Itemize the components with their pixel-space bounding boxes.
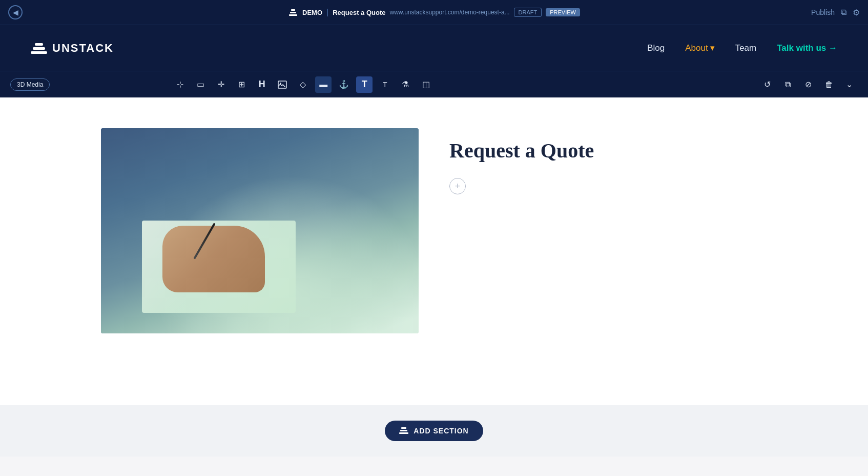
nav-link-cta[interactable]: Talk with us → <box>777 43 837 53</box>
add-section-logo-icon <box>399 427 408 435</box>
draft-badge: DRAFT <box>514 8 542 17</box>
svg-rect-5 <box>35 43 43 46</box>
svg-rect-2 <box>291 9 295 11</box>
right-content: Request a Quote + <box>449 128 767 194</box>
editor-bar-center: DEMO | Request a Quote www.unstacksuppor… <box>288 7 580 17</box>
main-content: Request a Quote + <box>0 97 868 405</box>
nav-link-about[interactable]: About ▾ <box>685 43 714 53</box>
copy-icon[interactable]: ⧉ <box>780 76 796 93</box>
preview-badge[interactable]: PREVIEW <box>546 8 580 16</box>
svg-rect-9 <box>400 430 407 431</box>
svg-rect-10 <box>401 427 406 429</box>
toolbar: 3D Media ⊹ ▭ ✛ ⊞ H ◇ ▬ ⚓ T T ⚗ ◫ ↺ ⧉ ⊘ 🗑… <box>0 71 868 97</box>
svg-rect-8 <box>399 432 408 434</box>
publish-button[interactable]: Publish <box>811 8 835 16</box>
add-section-label: ADD SECTION <box>414 427 468 435</box>
svg-rect-1 <box>290 12 296 13</box>
anchor-icon[interactable]: ⚓ <box>336 76 352 93</box>
content-section: Request a Quote + <box>101 128 767 333</box>
unstack-logo-icon <box>288 7 298 17</box>
plus-icon: + <box>455 181 461 192</box>
about-label: About <box>685 43 708 53</box>
frame-icon[interactable]: ▭ <box>192 76 209 93</box>
refresh-icon[interactable]: ↺ <box>759 76 776 93</box>
collapse-icon[interactable]: ⌄ <box>841 76 858 93</box>
panel-icon[interactable]: ◫ <box>418 76 434 93</box>
svg-rect-4 <box>33 47 45 50</box>
text-icon[interactable]: T <box>377 76 393 93</box>
image-icon[interactable] <box>274 76 291 93</box>
hand-shape <box>162 226 265 292</box>
move-icon[interactable]: ✛ <box>213 76 229 93</box>
toolbar-right-icons: ↺ ⧉ ⊘ 🗑 ⌄ <box>759 76 858 93</box>
page-heading: Request a Quote <box>449 138 767 163</box>
svg-rect-3 <box>31 51 47 54</box>
nav-bar: UNSTACK Blog About ▾ Team Talk with us → <box>0 25 868 71</box>
hide-icon[interactable]: ⊘ <box>800 76 817 93</box>
shape-icon[interactable]: ◇ <box>295 76 311 93</box>
add-content-button[interactable]: + <box>449 178 466 194</box>
section-icon[interactable]: ▬ <box>315 76 332 93</box>
3d-media-button[interactable]: 3D Media <box>10 78 50 91</box>
logo-text: UNSTACK <box>52 42 114 55</box>
demo-label: DEMO <box>302 9 322 16</box>
page-url: www.unstacksupport.com/demo-request-a... <box>389 9 509 16</box>
nav-link-team[interactable]: Team <box>735 43 757 53</box>
select-icon[interactable]: ⊹ <box>172 76 188 93</box>
nav-logo[interactable]: UNSTACK <box>31 41 114 55</box>
heading-icon[interactable]: H <box>254 76 270 93</box>
grid-icon[interactable]: ⊞ <box>233 76 250 93</box>
logo-icon <box>31 41 47 55</box>
nav-link-blog[interactable]: Blog <box>647 43 665 53</box>
svg-rect-0 <box>289 14 297 16</box>
back-icon: ◀ <box>13 8 18 16</box>
settings-button[interactable]: ⚙ <box>853 8 860 17</box>
delete-icon[interactable]: 🗑 <box>821 76 837 93</box>
content-image <box>101 128 419 333</box>
back-button[interactable]: ◀ <box>8 5 23 19</box>
page-name: Request a Quote <box>333 9 385 16</box>
image-container[interactable] <box>101 128 419 333</box>
editor-bar-right: Publish ⧉ ⚙ <box>811 8 860 17</box>
add-section-button[interactable]: ADD SECTION <box>385 421 483 441</box>
separator: | <box>326 8 328 17</box>
add-section-bar: ADD SECTION <box>0 405 868 457</box>
toolbar-icons: ⊹ ▭ ✛ ⊞ H ◇ ▬ ⚓ T T ⚗ ◫ <box>172 76 434 93</box>
text-bold-icon[interactable]: T <box>356 76 373 93</box>
lab-icon[interactable]: ⚗ <box>397 76 414 93</box>
nav-links: Blog About ▾ Team Talk with us → <box>647 43 837 53</box>
logo-svg <box>31 41 47 55</box>
about-chevron-icon: ▾ <box>710 43 715 53</box>
copy-page-button[interactable]: ⧉ <box>841 8 846 17</box>
editor-bar: ◀ DEMO | Request a Quote www.unstacksupp… <box>0 0 868 25</box>
